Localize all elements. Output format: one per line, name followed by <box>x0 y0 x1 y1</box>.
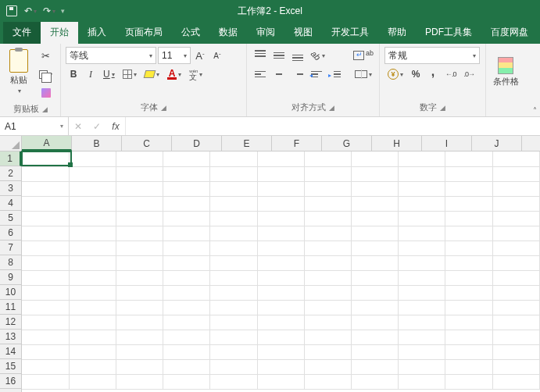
cell[interactable] <box>69 241 116 255</box>
cell[interactable] <box>163 255 210 270</box>
cell[interactable] <box>445 285 492 300</box>
copy-button[interactable]: ▾ <box>36 66 55 83</box>
bold-button[interactable]: B <box>66 66 81 83</box>
row-header[interactable]: 11 <box>0 300 21 315</box>
cell[interactable] <box>22 374 69 389</box>
tab-help[interactable]: 帮助 <box>378 21 416 44</box>
cell[interactable] <box>352 315 399 330</box>
cell[interactable] <box>22 255 69 270</box>
cell[interactable] <box>69 344 116 359</box>
cell[interactable] <box>257 315 304 330</box>
dialog-launcher-icon[interactable]: ◢ <box>329 104 334 112</box>
cell[interactable] <box>399 181 445 196</box>
cell[interactable] <box>210 315 257 330</box>
cell[interactable] <box>352 151 399 166</box>
cell[interactable] <box>69 211 116 226</box>
cell[interactable] <box>163 315 210 330</box>
cell[interactable] <box>445 181 492 196</box>
cell[interactable] <box>22 315 69 330</box>
cell[interactable] <box>116 374 163 389</box>
cell[interactable] <box>210 300 257 315</box>
cell[interactable] <box>116 151 163 166</box>
tab-insert[interactable]: 插入 <box>78 21 116 44</box>
cell[interactable] <box>399 270 445 285</box>
conditional-format-button[interactable]: 条件格 <box>491 47 520 97</box>
cell[interactable] <box>116 344 163 359</box>
cell[interactable] <box>69 151 116 166</box>
cell[interactable] <box>304 211 351 226</box>
format-painter-button[interactable] <box>36 84 55 102</box>
cell[interactable] <box>257 196 304 211</box>
cell[interactable] <box>22 196 69 211</box>
cell[interactable] <box>116 285 163 300</box>
cell[interactable] <box>352 226 399 241</box>
cell[interactable] <box>116 196 163 211</box>
cell[interactable] <box>257 166 304 181</box>
cell[interactable] <box>69 196 116 211</box>
column-header[interactable]: A <box>22 136 72 151</box>
row-header[interactable]: 3 <box>0 181 21 196</box>
cell[interactable] <box>257 151 304 166</box>
cell[interactable] <box>492 330 539 344</box>
cell[interactable] <box>399 359 445 374</box>
dialog-launcher-icon[interactable]: ◢ <box>440 104 445 112</box>
column-header[interactable]: H <box>372 136 422 151</box>
tab-formulas[interactable]: 公式 <box>172 21 209 44</box>
cell[interactable] <box>399 255 445 270</box>
cell[interactable] <box>304 315 351 330</box>
cell[interactable] <box>69 255 116 270</box>
cell[interactable] <box>492 359 539 374</box>
cell[interactable] <box>69 270 116 285</box>
borders-button[interactable]: ▾ <box>120 66 140 83</box>
cell[interactable] <box>445 359 492 374</box>
cell[interactable] <box>116 315 163 330</box>
cell[interactable] <box>492 315 539 330</box>
tab-data[interactable]: 数据 <box>209 21 247 44</box>
cell[interactable] <box>304 181 351 196</box>
cell[interactable] <box>399 166 445 181</box>
cell[interactable] <box>399 315 445 330</box>
cell[interactable] <box>257 374 304 389</box>
save-button[interactable] <box>3 2 20 20</box>
column-header[interactable]: D <box>172 136 222 151</box>
cell[interactable] <box>116 330 163 344</box>
row-header[interactable]: 16 <box>0 374 21 389</box>
cell[interactable] <box>22 211 69 226</box>
column-header[interactable]: B <box>72 136 122 151</box>
cell[interactable] <box>69 330 116 344</box>
cell[interactable] <box>304 330 351 344</box>
cell[interactable] <box>304 300 351 315</box>
cell[interactable] <box>492 270 539 285</box>
cell[interactable] <box>116 166 163 181</box>
cell[interactable] <box>492 255 539 270</box>
cell[interactable] <box>352 211 399 226</box>
cell[interactable] <box>22 181 69 196</box>
cell[interactable] <box>399 196 445 211</box>
row-header[interactable]: 9 <box>0 270 21 285</box>
cell[interactable] <box>116 211 163 226</box>
cell[interactable] <box>492 166 539 181</box>
percent-button[interactable] <box>408 66 424 83</box>
collapse-ribbon-button[interactable]: ˄ <box>533 106 537 115</box>
cell[interactable] <box>492 344 539 359</box>
decrease-font-button[interactable]: Aˇ <box>209 47 225 64</box>
column-header[interactable]: I <box>422 136 472 151</box>
cell[interactable] <box>399 211 445 226</box>
align-center-button[interactable] <box>270 66 288 83</box>
row-header[interactable]: 4 <box>0 196 21 211</box>
cell[interactable] <box>445 166 492 181</box>
cell[interactable] <box>304 226 351 241</box>
decrease-decimal-button[interactable]: .0→ <box>461 66 478 83</box>
cell[interactable] <box>210 374 257 389</box>
cell[interactable] <box>352 374 399 389</box>
cell[interactable] <box>492 181 539 196</box>
cell[interactable] <box>445 344 492 359</box>
paste-button[interactable]: 粘贴 ▾ <box>5 47 33 97</box>
cell[interactable] <box>304 151 351 166</box>
cell[interactable] <box>352 196 399 211</box>
cell[interactable] <box>445 315 492 330</box>
cell[interactable] <box>304 285 351 300</box>
cell[interactable] <box>445 226 492 241</box>
wrap-text-button[interactable]: ab <box>350 47 377 64</box>
cell[interactable] <box>257 181 304 196</box>
